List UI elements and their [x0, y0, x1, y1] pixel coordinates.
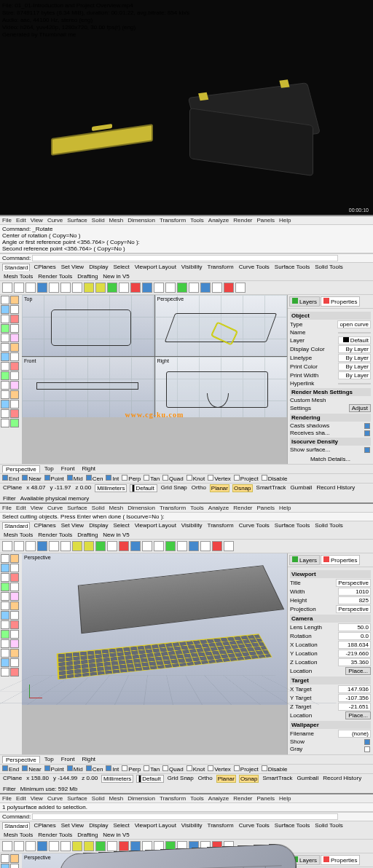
menu-panels[interactable]: Panels	[257, 217, 275, 224]
tool-icon[interactable]	[10, 864, 19, 868]
planar-toggle[interactable]: Planar	[210, 484, 229, 492]
extrude-icon[interactable]	[1, 390, 9, 399]
viewport-tabs[interactable]: Perspective Top Front Right	[0, 754, 373, 764]
menu-bar[interactable]: File Edit View Curve Surface Solid Mesh …	[0, 216, 373, 224]
command-prompt[interactable]: Command:	[0, 253, 373, 263]
paste-icon[interactable]	[72, 283, 82, 293]
loft-icon[interactable]	[1, 400, 9, 409]
snap-perp[interactable]	[122, 475, 127, 481]
place-tgt-button[interactable]: Place...	[345, 711, 371, 719]
cam-rot[interactable]: 0.0	[338, 632, 371, 640]
split-icon[interactable]	[1, 381, 9, 390]
menu-surface[interactable]: Surface	[67, 217, 87, 224]
tool-icon[interactable]	[49, 541, 59, 551]
smarttrack-toggle[interactable]: SmartTrack	[256, 484, 287, 492]
wallpaper-file[interactable]: (none)	[338, 730, 371, 738]
tab-solid[interactable]: Solid Tools	[313, 264, 345, 271]
menu-render[interactable]: Render	[233, 217, 252, 224]
cam-z[interactable]: 35.360	[338, 658, 371, 666]
tool-icon[interactable]	[1, 564, 9, 572]
command-input[interactable]	[32, 255, 338, 261]
layer-status[interactable]: Default	[130, 484, 157, 492]
tool-icon[interactable]	[154, 541, 164, 551]
cam-x[interactable]: 188.634	[338, 641, 371, 649]
tool-icon[interactable]	[107, 541, 117, 551]
menu-mesh[interactable]: Mesh	[109, 217, 124, 224]
tool-icon[interactable]	[14, 541, 24, 551]
tool-icon[interactable]	[1, 583, 9, 591]
osnap-bar[interactable]: End Near Point Mid Cen Int Perp Tan Quad…	[0, 764, 373, 773]
tool-icon[interactable]	[60, 841, 71, 851]
tool-icon[interactable]	[60, 541, 71, 551]
units[interactable]: Millimeters	[95, 484, 127, 492]
menu-tools[interactable]: Tools	[190, 217, 204, 224]
tool-icon[interactable]	[10, 630, 19, 639]
menu-bar[interactable]: FileEditView CurveSurfaceSolid MeshDimen…	[0, 504, 373, 512]
tool-icon[interactable]	[119, 541, 129, 551]
tab-viewport[interactable]: Viewport Layout	[133, 264, 178, 271]
tab-drafting[interactable]: Drafting	[76, 273, 99, 280]
panel-tab-properties[interactable]: Properties	[321, 855, 360, 865]
tool-icon[interactable]	[37, 541, 47, 551]
tool-icon[interactable]	[10, 601, 19, 610]
main-toolbar[interactable]	[0, 281, 373, 295]
snap-mid[interactable]	[67, 475, 73, 481]
vtab-top[interactable]: Top	[42, 465, 57, 473]
menu-view[interactable]: View	[31, 217, 43, 224]
vp-projection[interactable]: Perspective	[336, 605, 371, 613]
help-icon[interactable]	[235, 283, 246, 293]
tab-select[interactable]: Select	[111, 264, 130, 271]
render-icon[interactable]	[212, 283, 222, 293]
tool-icon[interactable]	[10, 658, 19, 667]
tool-icon[interactable]	[10, 583, 19, 591]
wallpaper-gray[interactable]	[364, 746, 370, 752]
snap-project[interactable]	[234, 475, 240, 481]
command-prompt[interactable]: Command:	[0, 812, 373, 821]
osnap-bar[interactable]: End Near Point Mid Cen Int Perp Tan Quad…	[0, 473, 373, 483]
osnap-toggle[interactable]: Osnap	[232, 484, 253, 492]
tab-curve[interactable]: Curve Tools	[237, 264, 271, 271]
properties-panel[interactable]: Layers Properties Viewport TitlePerspect…	[287, 553, 373, 754]
undo-icon[interactable]	[84, 283, 94, 293]
panel-tab-layers[interactable]: Layers	[289, 555, 320, 565]
menu-file[interactable]: File	[2, 217, 12, 224]
arc-icon[interactable]	[10, 315, 19, 323]
tool-icon[interactable]	[10, 668, 19, 676]
viewport-perspective[interactable]: Perspective	[155, 295, 288, 356]
tool-icon[interactable]	[10, 854, 19, 863]
tool-icon[interactable]	[1, 668, 9, 676]
tool-icon[interactable]	[25, 841, 36, 851]
snap-cen[interactable]	[86, 475, 92, 481]
zoom-extents-icon[interactable]	[177, 283, 187, 293]
move-icon[interactable]	[1, 352, 9, 361]
tab-visibility[interactable]: Visibility	[180, 264, 204, 271]
redo-icon[interactable]	[95, 283, 106, 293]
viewport-right[interactable]: Right	[155, 357, 288, 418]
tab-render[interactable]: Render Tools	[36, 273, 74, 280]
scale-icon[interactable]	[1, 362, 9, 371]
prop-hyperlink[interactable]	[338, 383, 371, 384]
tab-transform[interactable]: Transform	[206, 264, 235, 271]
tool-icon[interactable]	[224, 541, 234, 551]
print-icon[interactable]	[37, 283, 47, 293]
polyline-icon[interactable]	[1, 305, 9, 314]
snap-disable[interactable]	[262, 475, 267, 481]
copy-icon[interactable]	[60, 283, 71, 293]
tool-icon[interactable]	[10, 564, 19, 572]
prop-display-color[interactable]: By Layer	[338, 345, 371, 353]
wallpaper-show[interactable]	[364, 739, 370, 745]
analyze-icon[interactable]	[10, 419, 19, 427]
ungroup-icon[interactable]	[119, 283, 129, 293]
new-icon[interactable]	[2, 283, 12, 293]
ortho-toggle[interactable]: Ortho	[191, 484, 207, 492]
snap-near[interactable]	[22, 475, 28, 481]
panel-tab-layers[interactable]: Layers	[289, 296, 320, 307]
prop-layer[interactable]: Default	[338, 336, 371, 344]
tool-icon[interactable]	[130, 541, 141, 551]
rotate-icon[interactable]	[10, 352, 19, 361]
menu-bar[interactable]: FileEditView CurveSurfaceSolid MeshDimen…	[0, 794, 373, 802]
prop-name[interactable]	[338, 332, 371, 334]
circle-icon[interactable]	[1, 315, 9, 323]
menu-edit[interactable]: Edit	[16, 217, 26, 224]
panel-tab-properties[interactable]: Properties	[321, 555, 360, 565]
